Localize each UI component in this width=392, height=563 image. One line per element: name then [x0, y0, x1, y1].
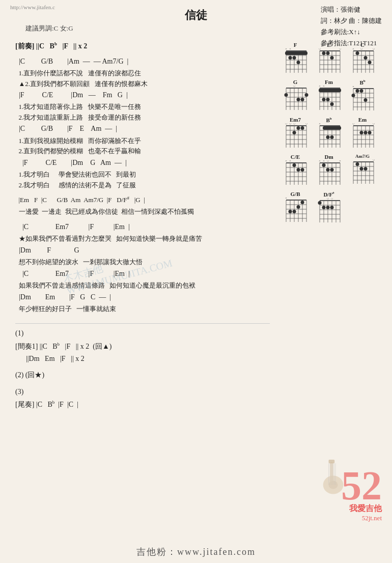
chord-E-svg: ○ ○	[316, 48, 342, 75]
chorus-chord4: |Dm Em |F G C — |	[10, 292, 275, 303]
svg-text:×: ×	[285, 198, 287, 200]
svg-point-131	[326, 135, 330, 139]
svg-point-161	[293, 163, 296, 167]
svg-point-98	[364, 98, 368, 102]
outro-label: [尾奏] |C Bb |F |C |	[10, 399, 275, 410]
chord-GB-svg: ×	[282, 198, 309, 224]
svg-text:×: ×	[319, 123, 321, 126]
svg-point-116	[293, 131, 296, 134]
svg-point-162	[297, 168, 300, 172]
svg-point-13	[293, 56, 296, 60]
header-right: 演唱：張衛健 詞：林夕 曲：陳德建 參考刷法:X↑↓ 參考指法:T121T121	[321, 4, 382, 49]
svg-text:○: ○	[293, 86, 295, 88]
chord-Dm: Dm × × ×	[316, 154, 342, 187]
svg-point-210	[297, 205, 300, 209]
performer: 演唱：張衛健	[321, 4, 382, 15]
chord-CE: C/E × ×	[282, 154, 309, 187]
chord-GB: G/B ×	[282, 191, 309, 224]
chord-F-svg: × ×	[282, 48, 309, 75]
verse1-lyric1a: 1.直到你什麼話都不說 連僅有的淚都忍住	[10, 68, 275, 78]
svg-point-114	[297, 126, 300, 130]
chord-Bb-row3: Bb ×	[316, 117, 342, 150]
svg-text:○: ○	[373, 159, 375, 162]
verse1-chord1: |C G/B |Am — — Am7/G |	[10, 56, 275, 67]
logo-number: 52	[341, 465, 382, 506]
intro-label: [前奏] ||C Bb |F || x 2	[10, 41, 275, 51]
chord-row-3: Em7 ○ ○ ○	[280, 116, 378, 151]
strum: 參考刷法:X↑↓	[321, 26, 382, 38]
svg-point-47	[356, 51, 359, 55]
svg-point-64	[301, 98, 304, 101]
chorus-lyric2: 想不到你絕望的淚水 一剎那讓我大徹大悟	[10, 257, 275, 267]
chord-row-4: C/E × ×	[280, 153, 378, 188]
verse1-lyric3a: 1.直到我視線開始模糊 而你卻滿臉不在乎	[10, 136, 275, 146]
svg-point-65	[297, 98, 300, 101]
chord-CE-svg: × ×	[282, 160, 309, 187]
svg-text:×: ×	[285, 160, 287, 163]
svg-point-195	[360, 167, 363, 171]
svg-point-209	[301, 201, 304, 204]
svg-point-226	[318, 201, 322, 205]
svg-point-32	[330, 56, 334, 60]
chord-G: G ○	[282, 79, 309, 112]
logo-url: 52jt.net	[336, 514, 382, 522]
verse1-lyric2b: 2.我才知道該重新上路 接受命運的新任務	[10, 112, 275, 123]
svg-point-130	[330, 135, 334, 139]
chorus-chord2: |Dm F G	[10, 245, 275, 256]
verse1-lyric4b: 2.我才明白 感情的法術不是為 了征服	[10, 180, 275, 190]
lyricist: 詞：林夕 曲：陳德建	[321, 15, 382, 26]
chord-row-2: G ○	[280, 78, 378, 114]
svg-text:×: ×	[352, 86, 354, 89]
chorus-lyric4: 年少輕狂的好日子 一懂事就結束	[10, 304, 275, 314]
interlude-num2: (2) (回★)	[10, 370, 275, 381]
right-chords: F	[280, 38, 382, 411]
interlude-num3: (3)	[10, 386, 275, 398]
svg-text:×: ×	[323, 86, 325, 88]
verse1-chord2: |F C/E |Dm — Fm G |	[10, 90, 275, 101]
interlude-num1: (1)	[10, 328, 275, 339]
svg-text:○: ○	[293, 123, 295, 126]
svg-text:×: ×	[319, 86, 321, 88]
chord-Em7: Em7 ○ ○ ○	[282, 117, 309, 150]
svg-point-227	[322, 206, 326, 209]
chord-Fm: Fm	[316, 79, 342, 112]
verse1-chord3: |C G/B |F E Am — |	[10, 123, 275, 134]
svg-point-147	[360, 131, 363, 134]
chorus-lyric3: 如果我們不曾走過感情這條路 如何知道心魔是最沉重的包袱	[10, 280, 275, 291]
chorus-lyric1: ★如果我們不曾看過對方怎麼哭 如何知道快樂一轉身就是痛苦	[10, 234, 275, 244]
svg-text:×: ×	[319, 160, 321, 163]
chorus-chord3: |C Em7 |F |Em |	[10, 268, 275, 279]
interlude1b: ||Dm Em |F || x 2	[10, 353, 275, 364]
svg-text:×: ×	[323, 160, 325, 163]
fingering: 參考指法:T121T121	[321, 38, 382, 49]
svg-point-49	[368, 61, 372, 64]
chord-G-svg: ○	[282, 86, 309, 112]
bridge-chord: |Em F |C G/B Am Am7/G |F D/F# |G |	[10, 194, 275, 206]
svg-point-63	[305, 93, 309, 97]
svg-point-31	[326, 51, 330, 55]
chord-Dm-svg: × × × ○	[316, 160, 342, 187]
svg-text:○: ○	[285, 123, 287, 126]
svg-text:×: ×	[339, 160, 341, 163]
svg-point-212	[293, 210, 296, 213]
svg-rect-233	[329, 460, 335, 463]
svg-point-62	[285, 93, 288, 97]
verse1-chord4: |F C/E |Dm G Am — |	[10, 157, 275, 168]
verse1-lyric3b: 2.直到我們都變的模糊 也毫不在乎贏和輸	[10, 146, 275, 156]
verse1-lyric4a: 1.我才明白 學會變法術也回不 到最初	[10, 170, 275, 180]
svg-text:○: ○	[331, 198, 333, 201]
bridge-lyric: 一邊愛 一邊走 我已經成為你信徒 相信一情到深處不怕孤獨	[10, 207, 275, 217]
header-url: http://www.jitafen.c	[10, 4, 55, 10]
left-content: [前奏] ||C Bb |F || x 2 |C G/B |Am — — Am7…	[10, 38, 280, 411]
svg-text:×: ×	[285, 48, 287, 51]
svg-point-30	[322, 51, 326, 55]
svg-point-194	[356, 162, 359, 166]
svg-point-97	[352, 94, 355, 97]
chord-C-svg: × ○ ○	[349, 48, 376, 75]
svg-text:○: ○	[305, 123, 307, 126]
svg-point-48	[364, 56, 368, 60]
svg-point-95	[356, 89, 359, 93]
svg-text:○: ○	[327, 160, 329, 163]
chord-Bb-svg: ×	[349, 86, 376, 112]
svg-text:○: ○	[289, 123, 291, 126]
